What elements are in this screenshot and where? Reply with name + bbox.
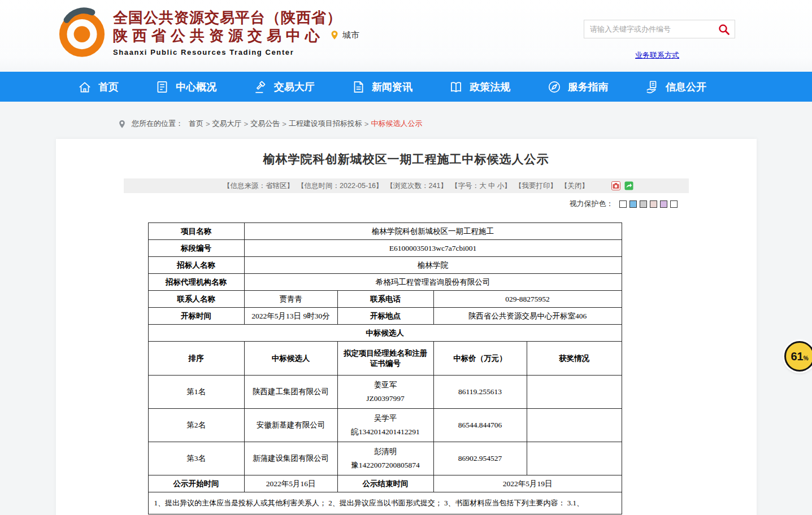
breadcrumb-current: 中标候选人公示 xyxy=(371,119,422,129)
nav-label: 中心概况 xyxy=(176,80,216,94)
publicity-end-value: 2022年5月19日 xyxy=(433,475,622,492)
news-icon xyxy=(351,80,366,94)
search-input[interactable] xyxy=(584,20,713,38)
publicity-start-label: 公示开始时间 xyxy=(148,475,244,492)
reading-progress-badge: 61 % xyxy=(784,341,812,372)
site-header: 全国公共资源交易平台（陕西省） 陕西省公共资源交易中心 Shaanxi Publ… xyxy=(0,0,812,72)
contact-phone-label: 联系电话 xyxy=(337,291,433,308)
meta-icons xyxy=(611,181,633,190)
content-card: 榆林学院科创新城校区一期工程施工中标候选人公示 【信息来源：省辖区】 【信息时间… xyxy=(56,139,757,515)
article-title: 榆林学院科创新城校区一期工程施工中标候选人公示 xyxy=(56,139,757,167)
eye-color-swatch[interactable] xyxy=(640,200,647,208)
share-arrow-icon[interactable] xyxy=(624,181,633,190)
candidate-price: 86902.954527 xyxy=(433,442,527,475)
candidate-award xyxy=(527,442,622,475)
project-name-row: 项目名称 榆林学院科创新城校区一期工程施工 xyxy=(148,223,622,240)
business-contact-link[interactable]: 业务联系方式 xyxy=(635,50,679,60)
eye-color-swatch[interactable] xyxy=(650,200,657,208)
agency-row: 招标代理机构名称 希格玛工程管理咨询股份有限公司 xyxy=(148,274,622,291)
breadcrumb-item-home[interactable]: 首页 xyxy=(189,119,203,129)
candidate-row-3: 第3名 新蒲建设集团有限公司 彭清明 豫1422007200805874 869… xyxy=(148,442,622,475)
candidate-cert: JZ00397997 xyxy=(341,392,430,405)
col-manager-cert: 拟定项目经理姓名和注册证书编号 xyxy=(337,342,433,376)
breadcrumb-separator: > xyxy=(282,120,286,128)
eye-color-swatch[interactable] xyxy=(629,200,637,208)
breadcrumb-prefix: 您所在的位置： xyxy=(132,119,183,129)
col-price: 中标价（万元） xyxy=(433,342,527,376)
home-icon xyxy=(77,80,92,94)
nav-label: 首页 xyxy=(98,80,119,94)
breadcrumb-item-construction-bidding[interactable]: 工程建设项目招标投标 xyxy=(289,119,362,129)
objection-note-row: 1、提出异议的主体应当是投标人或其他利害关系人； 2、提出异议应当以书面形式提交… xyxy=(148,492,622,514)
trading-hall-icon xyxy=(253,80,268,94)
policy-book-icon xyxy=(449,80,463,94)
opening-place-label: 开标地点 xyxy=(337,308,433,325)
eye-protection-label: 视力保护色： xyxy=(570,199,614,209)
candidate-manager: 姜亚军 xyxy=(341,378,430,392)
breadcrumb-separator: > xyxy=(364,120,369,128)
nav-item-overview[interactable]: 中心概况 xyxy=(155,80,216,94)
nav-item-trading-hall[interactable]: 交易大厅 xyxy=(253,80,315,94)
candidate-cert: 豫1422007200805874 xyxy=(341,459,430,472)
nav-item-home[interactable]: 首页 xyxy=(77,80,119,94)
breadcrumb-item-trading-hall[interactable]: 交易大厅 xyxy=(212,119,242,129)
candidate-cert: 皖1342014201412291 xyxy=(341,425,430,439)
location-pin-icon xyxy=(118,119,126,129)
tenderee-row: 招标人名称 榆林学院 xyxy=(148,257,622,274)
city-label: 城市 xyxy=(342,30,359,41)
meta-print[interactable]: 【我要打印】 xyxy=(515,181,557,191)
col-rank: 排序 xyxy=(148,342,244,376)
eye-color-swatch[interactable] xyxy=(619,200,627,208)
agency-label: 招标代理机构名称 xyxy=(148,274,244,291)
meta-close[interactable]: 【关闭】 xyxy=(561,181,589,191)
nav-label: 政策法规 xyxy=(470,80,510,94)
page-root: 全国公共资源交易平台（陕西省） 陕西省公共资源交易中心 Shaanxi Publ… xyxy=(0,0,812,515)
bid-info-table: 项目名称 榆林学院科创新城校区一期工程施工 标段编号 E61000035013w… xyxy=(148,222,622,514)
contact-phone-value: 029-88275952 xyxy=(433,291,622,308)
contact-row: 联系人名称 贾青青 联系电话 029-88275952 xyxy=(148,291,622,308)
site-title-line1: 全国公共资源交易平台（陕西省） xyxy=(113,9,342,27)
city-selector[interactable]: 城市 xyxy=(330,29,359,41)
site-logo[interactable]: 全国公共资源交易平台（陕西省） 陕西省公共资源交易中心 Shaanxi Publ… xyxy=(57,6,342,59)
nav-item-policy[interactable]: 政策法规 xyxy=(449,80,510,94)
section-code-value: E61000035013wc7a7cbi001 xyxy=(244,240,622,257)
tenderee-value: 榆林学院 xyxy=(244,257,622,274)
candidate-manager-cell: 吴学平 皖1342014201412291 xyxy=(337,409,433,442)
meta-time: 【信息时间：2022-05-16】 xyxy=(297,181,383,191)
eye-color-swatch[interactable] xyxy=(670,200,678,208)
candidate-company: 新蒲建设集团有限公司 xyxy=(244,442,337,475)
site-subtitle: Shaanxi Public Resources Trading Center xyxy=(113,48,342,56)
candidate-award xyxy=(527,376,622,409)
nav-item-news[interactable]: 新闻资讯 xyxy=(351,80,412,94)
tenderee-label: 招标人名称 xyxy=(148,257,244,274)
service-guide-icon xyxy=(547,80,562,94)
contact-name-value: 贾青青 xyxy=(244,291,337,308)
search-button[interactable] xyxy=(713,20,735,38)
search-box xyxy=(584,20,735,38)
nav-label: 交易大厅 xyxy=(274,80,315,94)
candidate-rank: 第1名 xyxy=(148,376,244,409)
candidate-price: 86119.255613 xyxy=(433,376,527,409)
opening-row: 开标时间 2022年5月13日 9时30分 开标地点 陕西省公共资源交易中心开标… xyxy=(148,308,622,325)
objection-note: 1、提出异议的主体应当是投标人或其他利害关系人； 2、提出异议应当以书面形式提交… xyxy=(148,492,622,514)
logo-text: 全国公共资源交易平台（陕西省） 陕西省公共资源交易中心 Shaanxi Publ… xyxy=(113,6,342,56)
contact-name-label: 联系人名称 xyxy=(148,291,244,308)
eye-color-swatch[interactable] xyxy=(660,200,667,208)
candidate-manager-cell: 彭清明 豫1422007200805874 xyxy=(337,442,433,475)
candidate-row-1: 第1名 陕西建工集团有限公司 姜亚军 JZ00397997 86119.2556… xyxy=(148,376,622,409)
breadcrumb-separator: > xyxy=(206,120,210,128)
logo-icon xyxy=(57,6,107,59)
eye-protection-row: 视力保护色： xyxy=(124,199,689,208)
nav-item-service-guide[interactable]: 服务指南 xyxy=(547,80,609,94)
breadcrumb-item-announcements[interactable]: 交易公告 xyxy=(250,119,280,129)
nav-item-info-disclosure[interactable]: 信息公开 xyxy=(645,80,706,94)
candidate-rank: 第3名 xyxy=(148,442,244,475)
camera-icon[interactable] xyxy=(611,181,620,190)
article-meta-bar: 【信息来源：省辖区】 【信息时间：2022-05-16】 【浏览次数：241】 … xyxy=(124,178,689,193)
candidate-company: 安徽新基建有限公司 xyxy=(244,409,337,442)
meta-source: 【信息来源：省辖区】 xyxy=(223,181,294,191)
candidates-section-row: 中标候选人 xyxy=(148,325,622,342)
publicity-end-label: 公示结束时间 xyxy=(337,475,433,492)
meta-font-size[interactable]: 【字号：大 中 小】 xyxy=(451,181,511,191)
project-name-label: 项目名称 xyxy=(148,223,244,240)
